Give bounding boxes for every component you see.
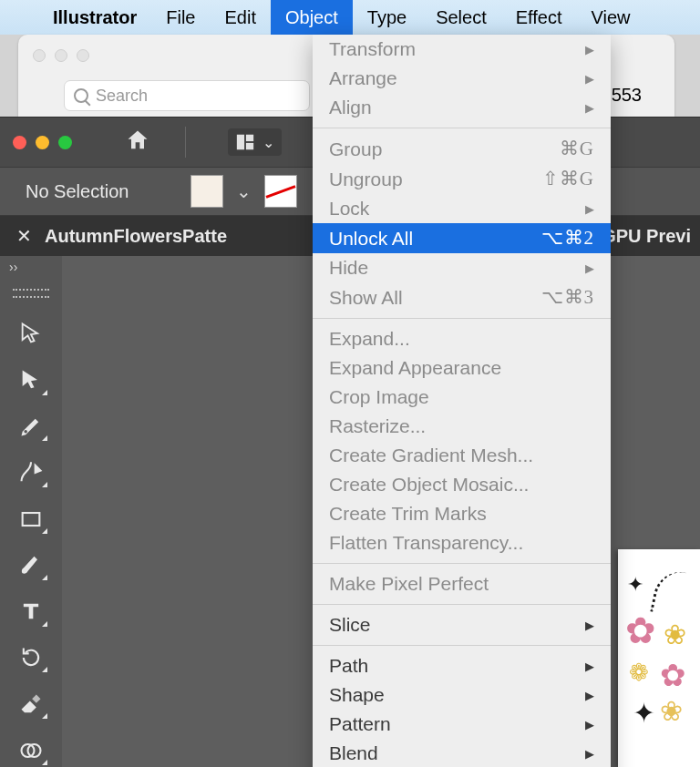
menu-item-expand: Expand...: [313, 324, 611, 353]
tools-panel: ››: [0, 256, 62, 767]
menu-item-expand-appearance: Expand Appearance: [313, 353, 611, 383]
menu-item-label: Path: [329, 655, 368, 677]
pen-tool[interactable]: [11, 410, 51, 444]
artwork-pattern: ✦ ✿ ❀ ❁ ✿ ✦ ❀: [623, 569, 695, 767]
object-menu-dropdown: TransformArrangeAlignGroup⌘GUngroup⇧⌘GLo…: [313, 35, 611, 767]
traffic-dot[interactable]: [55, 49, 67, 62]
menu-item-shortcut: ⌘G: [560, 138, 594, 160]
preview-mode-label: GPU Previ: [602, 226, 691, 247]
document-tab[interactable]: AutumnFlowersPatte: [45, 226, 227, 247]
menu-item-label: Create Gradient Mesh...: [329, 445, 533, 466]
artboard: ✦ ✿ ❀ ❁ ✿ ✦ ❀: [618, 549, 700, 767]
menu-item-show-all: Show All⌥⌘3: [313, 282, 611, 312]
menu-item-ungroup: Ungroup⇧⌘G: [313, 164, 611, 194]
fill-swatch[interactable]: [190, 175, 223, 208]
rotate-tool[interactable]: [11, 641, 51, 675]
mac-menubar: Illustrator File Edit Object Type Select…: [0, 0, 700, 35]
svg-rect-4: [23, 513, 40, 526]
svg-rect-2: [246, 143, 253, 149]
panel-grip-icon[interactable]: [13, 289, 49, 299]
menu-item-arrange: Arrange: [313, 64, 611, 93]
divider: [185, 127, 186, 158]
menu-item-shortcut: ⌥⌘2: [541, 227, 595, 250]
menu-item-lock: Lock: [313, 194, 611, 223]
menubar-select[interactable]: Select: [421, 0, 501, 35]
background-window-text: 553: [612, 85, 642, 106]
direct-selection-tool[interactable]: [11, 363, 51, 397]
collapse-panel-icon[interactable]: ››: [9, 260, 17, 274]
close-tab-icon[interactable]: ✕: [16, 225, 32, 247]
menu-item-label: Shape: [329, 684, 385, 706]
menu-item-unlock-all[interactable]: Unlock All⌥⌘2: [313, 223, 611, 253]
stroke-swatch[interactable]: [264, 175, 297, 208]
menu-item-label: Rasterize...: [329, 415, 426, 437]
paintbrush-tool[interactable]: [11, 548, 51, 582]
menu-item-shortcut: ⇧⌘G: [542, 168, 594, 190]
menu-item-label: Create Object Mosaic...: [329, 474, 529, 496]
close-window-icon[interactable]: [13, 136, 26, 149]
none-icon: [266, 185, 296, 198]
menu-item-label: Show All: [329, 287, 403, 309]
menu-item-slice[interactable]: Slice: [313, 610, 611, 639]
menubar-app[interactable]: Illustrator: [38, 0, 151, 35]
menu-item-shape[interactable]: Shape: [313, 680, 611, 710]
menubar-object[interactable]: Object: [271, 0, 353, 35]
menu-item-crop-image: Crop Image: [313, 383, 611, 412]
menu-item-align: Align: [313, 93, 611, 122]
menu-item-label: Flatten Transparency...: [329, 532, 523, 554]
selection-tool[interactable]: [11, 317, 51, 351]
menubar-file[interactable]: File: [151, 0, 210, 35]
type-tool[interactable]: [11, 595, 51, 629]
search-input[interactable]: Search: [64, 80, 310, 111]
menu-item-pattern[interactable]: Pattern: [313, 710, 611, 739]
menu-item-make-pixel-perfect: Make Pixel Perfect: [313, 569, 611, 598]
menu-item-group: Group⌘G: [313, 134, 611, 164]
menu-item-label: Group: [329, 138, 382, 160]
menu-item-label: Arrange: [329, 67, 397, 89]
fill-dropdown[interactable]: ⌄: [236, 180, 252, 202]
selection-status: No Selection: [26, 181, 129, 202]
menu-item-flatten-transparency: Flatten Transparency...: [313, 528, 611, 557]
menu-item-label: Expand...: [329, 328, 410, 350]
window-traffic-lights: [33, 49, 89, 62]
menubar-edit[interactable]: Edit: [210, 0, 270, 35]
menubar-view[interactable]: View: [577, 0, 645, 35]
menu-item-label: Expand Appearance: [329, 357, 501, 379]
curvature-tool[interactable]: [11, 455, 51, 489]
menu-item-create-gradient-mesh: Create Gradient Mesh...: [313, 441, 611, 470]
menu-item-label: Lock: [329, 198, 369, 220]
menu-item-label: Unlock All: [329, 228, 413, 250]
search-icon: [74, 88, 88, 103]
menu-item-label: Hide: [329, 257, 368, 279]
menubar-type[interactable]: Type: [353, 0, 421, 35]
svg-rect-0: [237, 135, 244, 150]
menu-item-label: Ungroup: [329, 169, 403, 190]
menu-item-label: Make Pixel Perfect: [329, 573, 489, 595]
menu-item-label: Transform: [329, 38, 416, 60]
home-button[interactable]: [125, 128, 150, 157]
zoom-window-icon[interactable]: [58, 136, 72, 149]
rectangle-tool[interactable]: [11, 502, 51, 536]
menu-item-label: Crop Image: [329, 386, 429, 408]
svg-point-3: [24, 430, 27, 434]
traffic-dot[interactable]: [77, 49, 89, 62]
shape-builder-tool[interactable]: [11, 733, 51, 767]
menu-item-transform: Transform: [313, 35, 611, 64]
minimize-window-icon[interactable]: [36, 136, 49, 149]
menu-item-create-object-mosaic: Create Object Mosaic...: [313, 470, 611, 499]
window-traffic-lights: [13, 136, 72, 149]
eraser-tool[interactable]: [11, 687, 51, 721]
menu-item-hide: Hide: [313, 253, 611, 282]
menu-item-path[interactable]: Path: [313, 651, 611, 680]
workspace-switcher[interactable]: ⌄: [228, 128, 282, 156]
menu-item-label: Create Trim Marks: [329, 503, 487, 525]
menu-item-label: Slice: [329, 614, 371, 636]
traffic-dot[interactable]: [33, 49, 46, 62]
menu-item-shortcut: ⌥⌘3: [541, 286, 595, 309]
menu-item-label: Blend: [329, 742, 378, 764]
menubar-effect[interactable]: Effect: [501, 0, 577, 35]
menu-item-label: Align: [329, 97, 372, 118]
chevron-down-icon: ⌄: [262, 134, 274, 151]
search-placeholder: Search: [96, 87, 148, 106]
menu-item-blend[interactable]: Blend: [313, 739, 611, 767]
